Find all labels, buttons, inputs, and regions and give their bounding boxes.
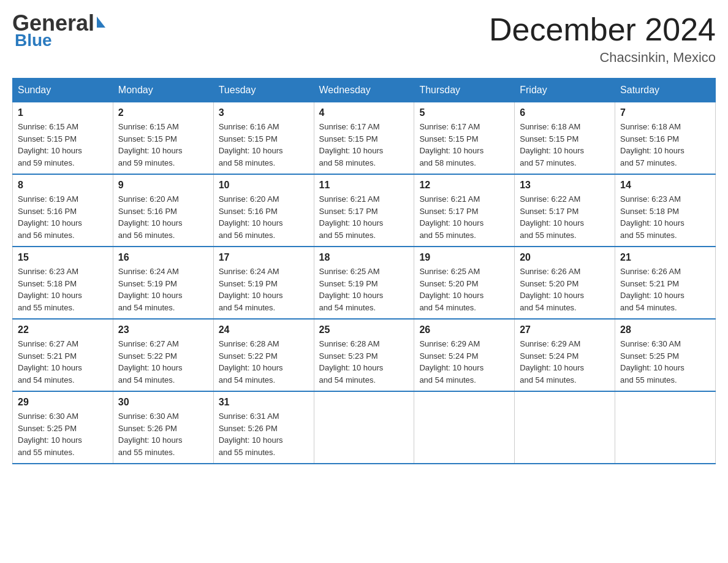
sunset-label: Sunset: 5:22 PM [118,351,177,361]
header-thursday: Thursday [414,79,515,102]
day-number: 6 [520,107,610,118]
daylight-minutes: and 56 minutes. [18,231,75,240]
daylight-label: Daylight: 10 hours [419,218,483,228]
sunset-label: Sunset: 5:19 PM [319,279,378,288]
daylight-minutes: and 54 minutes. [319,303,376,312]
daylight-label: Daylight: 10 hours [219,291,283,300]
day-number: 30 [118,397,208,408]
daylight-minutes: and 55 minutes. [18,303,75,312]
day-number: 15 [18,252,108,263]
table-row: 30 Sunrise: 6:30 AM Sunset: 5:26 PM Dayl… [113,391,213,464]
daylight-minutes: and 54 minutes. [219,303,276,312]
day-number: 3 [219,107,309,118]
sunrise-label: Sunrise: 6:31 AM [219,412,279,421]
daylight-label: Daylight: 10 hours [520,218,584,228]
table-row: 24 Sunrise: 6:28 AM Sunset: 5:22 PM Dayl… [213,319,314,391]
sunset-label: Sunset: 5:16 PM [620,134,679,144]
day-info: Sunrise: 6:29 AM Sunset: 5:24 PM Dayligh… [520,338,610,386]
day-number: 27 [520,324,610,335]
daylight-label: Daylight: 10 hours [419,291,483,300]
daylight-minutes: and 54 minutes. [419,375,476,385]
sunrise-label: Sunrise: 6:30 AM [118,412,179,421]
daylight-label: Daylight: 10 hours [219,218,283,228]
daylight-minutes: and 54 minutes. [319,375,376,385]
day-info: Sunrise: 6:19 AM Sunset: 5:16 PM Dayligh… [18,193,108,241]
sunset-label: Sunset: 5:15 PM [219,134,278,144]
day-info: Sunrise: 6:21 AM Sunset: 5:17 PM Dayligh… [319,193,409,241]
daylight-label: Daylight: 10 hours [219,435,283,445]
daylight-minutes: and 56 minutes. [219,231,276,240]
calendar-week-row: 15 Sunrise: 6:23 AM Sunset: 5:18 PM Dayl… [13,247,716,319]
daylight-label: Daylight: 10 hours [419,363,483,372]
day-info: Sunrise: 6:28 AM Sunset: 5:23 PM Dayligh… [319,338,409,386]
table-row: 15 Sunrise: 6:23 AM Sunset: 5:18 PM Dayl… [13,247,113,319]
sunset-label: Sunset: 5:15 PM [520,134,578,144]
daylight-label: Daylight: 10 hours [620,363,684,372]
sunrise-label: Sunrise: 6:29 AM [520,339,580,348]
sunrise-label: Sunrise: 6:29 AM [419,339,480,348]
sunrise-label: Sunrise: 6:30 AM [620,339,681,348]
table-row: 13 Sunrise: 6:22 AM Sunset: 5:17 PM Dayl… [515,174,615,247]
day-number: 16 [118,252,208,263]
calendar-week-row: 29 Sunrise: 6:30 AM Sunset: 5:25 PM Dayl… [13,391,716,464]
daylight-minutes: and 55 minutes. [219,448,276,457]
daylight-label: Daylight: 10 hours [219,146,283,155]
day-number: 18 [319,252,409,263]
day-number: 26 [419,324,509,335]
daylight-label: Daylight: 10 hours [118,218,183,228]
sunset-label: Sunset: 5:24 PM [419,351,478,361]
sunrise-label: Sunrise: 6:22 AM [520,194,580,204]
table-row: 31 Sunrise: 6:31 AM Sunset: 5:26 PM Dayl… [213,391,314,464]
day-number: 7 [620,107,710,118]
calendar-week-row: 22 Sunrise: 6:27 AM Sunset: 5:21 PM Dayl… [13,319,716,391]
sunset-label: Sunset: 5:18 PM [18,279,77,288]
daylight-label: Daylight: 10 hours [319,218,384,228]
daylight-label: Daylight: 10 hours [620,291,684,300]
day-number: 22 [18,324,108,335]
daylight-label: Daylight: 10 hours [520,146,584,155]
daylight-minutes: and 58 minutes. [319,158,376,167]
sunrise-label: Sunrise: 6:21 AM [319,194,380,204]
daylight-label: Daylight: 10 hours [319,291,384,300]
daylight-minutes: and 54 minutes. [419,303,476,312]
daylight-minutes: and 58 minutes. [219,158,276,167]
day-number: 11 [319,180,409,191]
daylight-label: Daylight: 10 hours [118,291,183,300]
daylight-minutes: and 54 minutes. [118,303,175,312]
month-year-title: December 2024 [489,12,716,47]
day-info: Sunrise: 6:15 AM Sunset: 5:15 PM Dayligh… [18,121,108,169]
day-info: Sunrise: 6:27 AM Sunset: 5:21 PM Dayligh… [18,338,108,386]
table-row: 2 Sunrise: 6:15 AM Sunset: 5:15 PM Dayli… [113,102,213,175]
table-row: 12 Sunrise: 6:21 AM Sunset: 5:17 PM Dayl… [414,174,515,247]
day-info: Sunrise: 6:18 AM Sunset: 5:15 PM Dayligh… [520,121,610,169]
daylight-minutes: and 55 minutes. [118,448,175,457]
sunset-label: Sunset: 5:17 PM [319,207,378,216]
day-info: Sunrise: 6:17 AM Sunset: 5:15 PM Dayligh… [419,121,509,169]
table-row: 10 Sunrise: 6:20 AM Sunset: 5:16 PM Dayl… [213,174,314,247]
sunset-label: Sunset: 5:19 PM [118,279,177,288]
daylight-minutes: and 55 minutes. [620,231,677,240]
sunrise-label: Sunrise: 6:17 AM [419,122,480,131]
sunset-label: Sunset: 5:24 PM [520,351,578,361]
day-number: 17 [219,252,309,263]
sunrise-label: Sunrise: 6:26 AM [620,267,681,276]
table-row [414,391,515,464]
sunset-label: Sunset: 5:15 PM [118,134,177,144]
sunrise-label: Sunrise: 6:18 AM [620,122,681,131]
sunrise-label: Sunrise: 6:23 AM [620,194,681,204]
day-number: 2 [118,107,208,118]
day-number: 1 [18,107,108,118]
day-info: Sunrise: 6:29 AM Sunset: 5:24 PM Dayligh… [419,338,509,386]
day-number: 23 [118,324,208,335]
sunset-label: Sunset: 5:16 PM [118,207,177,216]
sunrise-label: Sunrise: 6:21 AM [419,194,480,204]
day-number: 31 [219,397,309,408]
daylight-label: Daylight: 10 hours [118,146,183,155]
table-row: 21 Sunrise: 6:26 AM Sunset: 5:21 PM Dayl… [615,247,716,319]
day-number: 25 [319,324,409,335]
daylight-label: Daylight: 10 hours [419,146,483,155]
daylight-label: Daylight: 10 hours [319,363,384,372]
header-wednesday: Wednesday [314,79,414,102]
table-row: 22 Sunrise: 6:27 AM Sunset: 5:21 PM Dayl… [13,319,113,391]
sunrise-label: Sunrise: 6:28 AM [319,339,380,348]
